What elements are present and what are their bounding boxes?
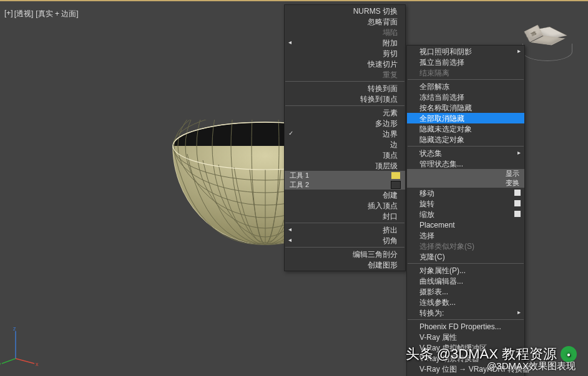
menu-separator [408, 263, 524, 264]
menu-separator [285, 105, 404, 106]
settings-box-icon [514, 190, 521, 196]
menu-item: 选择类似对象(S) [407, 241, 524, 251]
vp-plus[interactable]: [+] [4, 9, 13, 19]
menu-item[interactable]: 旋转 [407, 198, 524, 209]
menu-item[interactable]: 转换到面 [285, 83, 405, 94]
menu-title-bar: 工具 1 [285, 171, 405, 180]
quad-menu-left[interactable]: NURMS 切换忽略背面塌陷附加剪切快速切片重复转换到面转换到顶点元素多边形边界… [284, 4, 406, 271]
menu-item[interactable]: 挤出 [285, 224, 405, 235]
menu-item[interactable]: 创建 [285, 190, 405, 200]
menu-separator [408, 79, 524, 80]
menu-item: 重复 [285, 69, 405, 80]
menu-item[interactable]: 附加 [285, 37, 405, 48]
menu-item[interactable]: 切角 [285, 235, 405, 246]
menu-separator [408, 319, 524, 320]
menu-item[interactable]: 孤立当前选择 [407, 57, 524, 67]
menu-separator [285, 223, 404, 223]
svg-text:x: x [36, 361, 39, 367]
menu-item[interactable]: NURMS 切换 [285, 6, 405, 16]
watermark-sub: @3DMAX效果图表现 [487, 360, 576, 372]
svg-text:y: y [0, 361, 1, 367]
menu-item[interactable]: 冻结当前选择 [407, 92, 524, 102]
menu-item[interactable]: 封口 [285, 211, 405, 221]
menu-item[interactable]: 元素 [285, 107, 405, 118]
menu-item[interactable]: 创建图形 [285, 259, 405, 270]
menu-item[interactable]: 克隆(C) [407, 251, 524, 262]
menu-item[interactable]: 摄影表... [407, 286, 524, 297]
menu-item[interactable]: 插入顶点 [285, 200, 405, 211]
menu-title-bar: 变换 [407, 178, 524, 188]
menu-item[interactable]: 管理状态集... [407, 158, 524, 169]
menu-item[interactable]: 顶层级 [285, 160, 405, 171]
menu-item[interactable]: Phoenix FD Properties... [407, 321, 524, 332]
menu-item[interactable]: 隐藏未选定对象 [407, 123, 524, 134]
menu-title-bar: 显示 [407, 169, 524, 178]
menu-item[interactable]: 移动 [407, 188, 524, 198]
menu-item[interactable]: 全部取消隐藏 [407, 113, 524, 123]
menu-item[interactable]: 忽略背面 [285, 16, 405, 27]
viewcube-compass [522, 44, 572, 61]
menu-item[interactable]: 边界✓ [285, 128, 405, 139]
menu-item[interactable]: 曲线编辑器... [407, 276, 524, 286]
viewport[interactable]: [+] [透视] [真实 + 边面] 前 [0, 1, 588, 376]
menu-title-bar: 工具 2 [285, 180, 405, 190]
menu-item[interactable]: 快速切片 [285, 59, 405, 69]
viewcube[interactable]: 前 [522, 20, 572, 59]
menu-item[interactable]: 缩放 [407, 209, 524, 219]
svg-point-9 [252, 120, 279, 244]
menu-item[interactable]: 边 [285, 139, 405, 150]
menu-separator [285, 81, 404, 82]
menu-item[interactable]: 按名称取消隐藏 [407, 102, 524, 113]
menu-item[interactable]: 选择 [407, 230, 524, 241]
menu-item[interactable]: 状态集 [407, 148, 524, 158]
menu-item[interactable]: Placement [407, 219, 524, 230]
menu-separator [285, 247, 404, 248]
svg-text:z: z [13, 325, 16, 332]
vp-view[interactable]: [透视] [14, 9, 34, 19]
viewport-label[interactable]: [+] [透视] [真实 + 边面] [4, 9, 79, 19]
quad-menu-right[interactable]: 视口照明和阴影孤立当前选择结束隔离全部解冻冻结当前选择按名称取消隐藏全部取消隐藏… [406, 45, 525, 376]
menu-item[interactable]: 隐藏选定对象 [407, 134, 524, 145]
menu-item[interactable]: 连线参数... [407, 297, 524, 307]
svg-line-13 [16, 359, 34, 364]
menu-item[interactable]: 转换为: [407, 307, 524, 318]
menu-item[interactable]: V-Ray 属性 [407, 332, 524, 342]
menu-item[interactable]: 转换到顶点 [285, 94, 405, 104]
menu-item[interactable]: 顶点 [285, 150, 405, 160]
menu-item[interactable]: 全部解冻 [407, 81, 524, 92]
menu-item[interactable]: 视口照明和阴影 [407, 46, 524, 57]
menu-item: 结束隔离 [407, 67, 524, 78]
settings-box-icon [514, 211, 521, 217]
settings-box-icon [514, 200, 521, 206]
vp-shade[interactable]: [真实 + 边面] [36, 9, 78, 19]
menu-item[interactable]: 编辑三角剖分 [285, 249, 405, 259]
menu-separator [408, 146, 524, 147]
menu-item[interactable]: 多边形 [285, 118, 405, 128]
axis-tripod: z x y [9, 327, 47, 365]
menu-item[interactable]: 剪切 [285, 48, 405, 59]
menu-item: 塌陷 [285, 27, 405, 37]
menu-item[interactable]: 对象属性(P)... [407, 265, 524, 276]
svg-line-15 [2, 359, 16, 364]
